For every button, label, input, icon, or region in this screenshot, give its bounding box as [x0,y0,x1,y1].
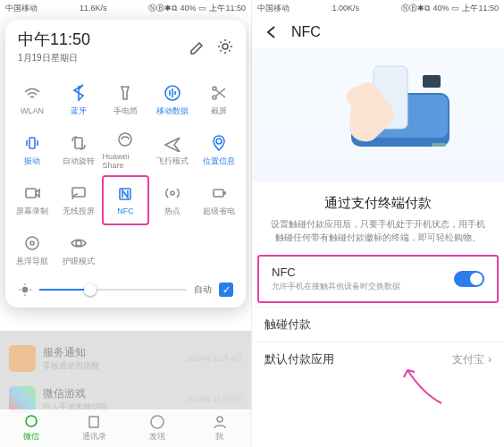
svg-point-11 [171,191,174,195]
svg-point-19 [151,416,164,428]
eye-icon [70,234,88,252]
section-heading: 通过支付终端付款 [268,195,488,212]
tile-wlan[interactable]: WLAN [9,75,55,125]
tile-hotspot[interactable]: 热点 [149,175,196,225]
location-icon [210,134,228,152]
svg-rect-4 [29,138,35,148]
share-icon [116,131,134,148]
svg-point-16 [22,287,28,292]
tile-bluetooth[interactable]: 蓝牙 [55,75,102,125]
nfc-switch[interactable] [454,271,484,287]
data-icon [164,84,181,102]
svg-rect-5 [75,138,82,148]
float-icon [23,234,41,252]
tile-float-nav[interactable]: 悬浮导航 [9,225,55,275]
flashlight-icon [116,84,134,102]
tile-mobile-data[interactable]: 移动数据 [149,75,196,125]
tab-discover[interactable]: 发现 [126,409,189,447]
wifi-icon [23,85,41,103]
svg-point-13 [26,237,38,249]
svg-point-0 [223,44,228,49]
tile-vibrate[interactable]: 振动 [9,125,55,175]
auto-label: 自动 [194,283,212,296]
panel-date: 1月19日星期日 [18,52,176,64]
brightness-row: 自动 ✓ [5,277,246,308]
svg-rect-8 [26,189,36,198]
tiles-grid: WLAN 蓝牙 手电筒 移动数据 截屏 振动 自动旋转 Huawei Share… [5,70,246,277]
svg-point-6 [119,133,131,146]
svg-point-3 [213,96,216,99]
svg-rect-12 [214,190,223,197]
row-tap-pay[interactable]: 触碰付款 [252,307,504,342]
tile-screenshot[interactable]: 截屏 [196,75,242,125]
tile-location[interactable]: 位置信息 [196,125,242,175]
nfc-illustration [252,48,504,182]
tile-huawei-share[interactable]: Huawei Share [102,125,148,175]
tile-power-save[interactable]: 超级省电 [196,175,242,225]
brightness-slider[interactable] [39,289,187,291]
cast-icon [70,184,88,202]
tab-contacts[interactable]: 通讯录 [63,409,125,447]
airplane-icon [164,134,181,152]
tile-screen-record[interactable]: 屏幕录制 [9,175,55,225]
page-title: NFC [291,24,321,40]
sun-icon [18,283,32,297]
svg-point-17 [26,416,37,426]
svg-rect-23 [423,75,441,88]
bg-notification: 服务通知零钱通使用提醒 2019年12月4日 [0,338,251,379]
tile-airplane[interactable]: 飞行模式 [149,125,196,175]
row-nfc-toggle[interactable]: NFC 允许手机在接触其他设备时交换数据 [257,255,499,303]
svg-rect-25 [432,143,446,147]
svg-point-2 [213,87,216,90]
panel-time: 中午11:50 [18,29,176,50]
row-default-app[interactable]: 默认付款应用 支付宝› [252,342,504,376]
svg-point-14 [30,241,34,245]
section-desc: 设置触碰付款应用后，只要手机处于开机状态，用手机触碰任何带有触碰付款徽标的终端，… [268,217,488,244]
status-bar: 中国移动 11.6K/s ⓃⒷ✱⧉40%▭上午11:50 [0,0,251,16]
quick-settings-panel: 中午11:50 1月19日星期日 WLAN 蓝牙 手电筒 移动数据 截屏 振动 … [5,20,246,308]
auto-brightness-checkbox[interactable]: ✓ [219,283,233,297]
vibrate-icon [23,134,41,152]
annotation-arrow [397,363,450,408]
svg-point-20 [217,417,223,422]
tile-flashlight[interactable]: 手电筒 [102,75,148,125]
battery-icon [210,184,228,202]
tile-cast[interactable]: 无线投屏 [55,175,102,225]
nfc-icon [116,185,134,203]
tab-chats[interactable]: 微信 [0,409,63,447]
edit-icon[interactable] [189,38,205,55]
tile-eye-comfort[interactable]: 护眼模式 [55,225,102,275]
record-icon [23,184,41,202]
svg-point-7 [216,139,222,144]
gear-icon[interactable] [217,38,233,55]
tile-auto-rotate[interactable]: 自动旋转 [55,125,102,175]
scissors-icon [210,84,228,102]
bluetooth-icon [70,84,88,102]
rotate-icon [70,134,88,152]
svg-rect-18 [89,417,98,427]
tab-me[interactable]: 我 [189,409,251,447]
status-bar: 中国移动 1.00K/s ⓃⒷ✱⧉40%▭上午11:50 [252,0,504,16]
tab-bar: 微信 通讯录 发现 我 [0,409,251,447]
tile-nfc[interactable]: NFC [102,175,148,225]
back-icon[interactable] [263,23,281,41]
hotspot-icon [164,184,181,202]
svg-point-15 [76,240,81,246]
